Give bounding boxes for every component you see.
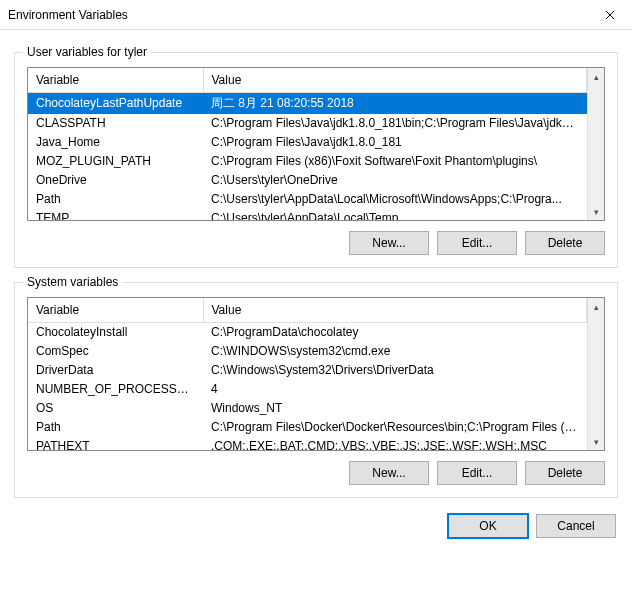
system-header-variable[interactable]: Variable (28, 298, 203, 322)
user-edit-button[interactable]: Edit... (437, 231, 517, 255)
system-table-header-row: Variable Value (28, 298, 587, 322)
user-table-scroll[interactable]: Variable Value ChocolateyLastPathUpdate周… (28, 68, 587, 220)
variable-cell: OS (28, 398, 203, 417)
table-row[interactable]: DriverDataC:\Windows\System32\Drivers\Dr… (28, 360, 587, 379)
close-button[interactable] (587, 0, 632, 30)
variable-cell: Java_Home (28, 133, 203, 152)
titlebar: Environment Variables (0, 0, 632, 30)
scroll-up-icon[interactable]: ▴ (588, 298, 604, 315)
variable-cell: PATHEXT (28, 436, 203, 450)
variable-cell: ChocolateyInstall (28, 322, 203, 341)
value-cell: Windows_NT (203, 398, 587, 417)
value-cell: C:\Users\tyler\OneDrive (203, 171, 587, 190)
close-icon (605, 10, 615, 20)
variable-cell: TEMP (28, 209, 203, 221)
system-table-scroll[interactable]: Variable Value ChocolateyInstallC:\Progr… (28, 298, 587, 450)
system-scrollbar[interactable]: ▴ ▾ (587, 298, 604, 450)
system-new-button[interactable]: New... (349, 461, 429, 485)
system-variables-group: System variables Variable Value Chocolat… (14, 282, 618, 498)
value-cell: C:\ProgramData\chocolatey (203, 322, 587, 341)
user-header-variable[interactable]: Variable (28, 68, 203, 92)
variable-cell: ComSpec (28, 341, 203, 360)
system-edit-button[interactable]: Edit... (437, 461, 517, 485)
dialog-footer: OK Cancel (14, 514, 618, 538)
value-cell: C:\Program Files\Java\jdk1.8.0_181\bin;C… (203, 114, 587, 133)
system-table-wrap: Variable Value ChocolateyInstallC:\Progr… (27, 297, 605, 451)
value-cell: C:\Program Files\Java\jdk1.8.0_181 (203, 133, 587, 152)
value-cell: C:\Users\tyler\AppData\Local\Microsoft\W… (203, 190, 587, 209)
scroll-down-icon[interactable]: ▾ (588, 433, 604, 450)
user-button-row: New... Edit... Delete (27, 231, 605, 255)
user-header-value[interactable]: Value (203, 68, 587, 92)
user-table-header-row: Variable Value (28, 68, 587, 92)
scroll-up-icon[interactable]: ▴ (588, 68, 604, 85)
user-scrollbar[interactable]: ▴ ▾ (587, 68, 604, 220)
dialog-content: User variables for tyler Variable Value … (0, 30, 632, 550)
table-row[interactable]: PathC:\Users\tyler\AppData\Local\Microso… (28, 190, 587, 209)
user-variables-group: User variables for tyler Variable Value … (14, 52, 618, 268)
window-title: Environment Variables (8, 8, 587, 22)
system-header-value[interactable]: Value (203, 298, 587, 322)
table-row[interactable]: OSWindows_NT (28, 398, 587, 417)
variable-cell: Path (28, 417, 203, 436)
variable-cell: Path (28, 190, 203, 209)
value-cell: 周二 8月 21 08:20:55 2018 (203, 92, 587, 114)
system-delete-button[interactable]: Delete (525, 461, 605, 485)
variable-cell: OneDrive (28, 171, 203, 190)
table-row[interactable]: CLASSPATHC:\Program Files\Java\jdk1.8.0_… (28, 114, 587, 133)
value-cell: C:\Program Files (x86)\Foxit Software\Fo… (203, 152, 587, 171)
table-row[interactable]: MOZ_PLUGIN_PATHC:\Program Files (x86)\Fo… (28, 152, 587, 171)
system-button-row: New... Edit... Delete (27, 461, 605, 485)
ok-button[interactable]: OK (448, 514, 528, 538)
scroll-down-icon[interactable]: ▾ (588, 203, 604, 220)
table-row[interactable]: ChocolateyInstallC:\ProgramData\chocolat… (28, 322, 587, 341)
variable-cell: NUMBER_OF_PROCESSORS (28, 379, 203, 398)
system-variables-table: Variable Value ChocolateyInstallC:\Progr… (28, 298, 587, 450)
user-delete-button[interactable]: Delete (525, 231, 605, 255)
value-cell: 4 (203, 379, 587, 398)
value-cell: C:\WINDOWS\system32\cmd.exe (203, 341, 587, 360)
variable-cell: DriverData (28, 360, 203, 379)
variable-cell: CLASSPATH (28, 114, 203, 133)
variable-cell: MOZ_PLUGIN_PATH (28, 152, 203, 171)
cancel-button[interactable]: Cancel (536, 514, 616, 538)
table-row[interactable]: ComSpecC:\WINDOWS\system32\cmd.exe (28, 341, 587, 360)
table-row[interactable]: PATHEXT.COM;.EXE;.BAT;.CMD;.VBS;.VBE;.JS… (28, 436, 587, 450)
variable-cell: ChocolateyLastPathUpdate (28, 92, 203, 114)
table-row[interactable]: PathC:\Program Files\Docker\Docker\Resou… (28, 417, 587, 436)
table-row[interactable]: Java_HomeC:\Program Files\Java\jdk1.8.0_… (28, 133, 587, 152)
table-row[interactable]: ChocolateyLastPathUpdate周二 8月 21 08:20:5… (28, 92, 587, 114)
value-cell: C:\Program Files\Docker\Docker\Resources… (203, 417, 587, 436)
value-cell: C:\Users\tyler\AppData\Local\Temp (203, 209, 587, 221)
user-group-label: User variables for tyler (23, 45, 151, 59)
table-row[interactable]: NUMBER_OF_PROCESSORS4 (28, 379, 587, 398)
value-cell: C:\Windows\System32\Drivers\DriverData (203, 360, 587, 379)
user-variables-table: Variable Value ChocolateyLastPathUpdate周… (28, 68, 587, 220)
user-new-button[interactable]: New... (349, 231, 429, 255)
system-group-label: System variables (23, 275, 122, 289)
table-row[interactable]: OneDriveC:\Users\tyler\OneDrive (28, 171, 587, 190)
value-cell: .COM;.EXE;.BAT;.CMD;.VBS;.VBE;.JS;.JSE;.… (203, 436, 587, 450)
table-row[interactable]: TEMPC:\Users\tyler\AppData\Local\Temp (28, 209, 587, 221)
user-table-wrap: Variable Value ChocolateyLastPathUpdate周… (27, 67, 605, 221)
